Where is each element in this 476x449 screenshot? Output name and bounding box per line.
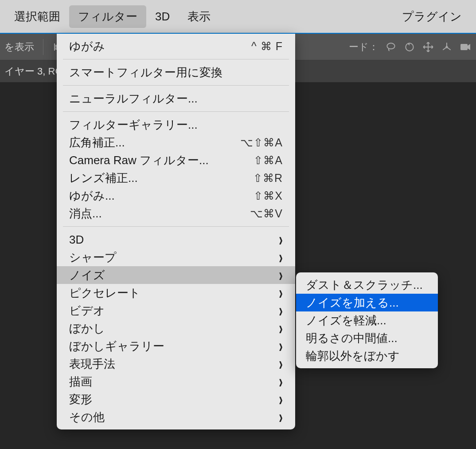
menu-3d[interactable]: 3D: [146, 6, 179, 27]
submenu-item-label: 明るさの中間値...: [306, 331, 398, 346]
filter-menu-item[interactable]: 描画›: [57, 373, 295, 390]
menu-shortcut: ⇧⌘X: [254, 189, 283, 202]
noise-submenu-item[interactable]: ノイズを加える...: [296, 294, 438, 311]
filter-menu-item[interactable]: ノイズ›: [57, 266, 295, 284]
toolbar-label-right: ード：: [349, 40, 378, 54]
menu-shortcut: ⌥⇧⌘A: [240, 136, 283, 149]
svg-point-3: [387, 43, 394, 49]
menu-shortcut: ⇧⌘R: [253, 172, 283, 185]
submenu-item-label: ダスト＆スクラッチ...: [306, 277, 423, 293]
filter-menu-item[interactable]: ニューラルフィルター...: [57, 90, 295, 107]
menu-shortcut: ^ ⌘ F: [251, 40, 283, 53]
noise-submenu: ダスト＆スクラッチ...ノイズを加える...ノイズを軽減...明るさの中間値..…: [296, 272, 438, 368]
toolbar-divider: [43, 39, 43, 55]
menu-item-label: ビデオ: [69, 303, 105, 319]
noise-submenu-item[interactable]: 輪郭以外をぼかす: [296, 347, 438, 365]
filter-menu-item[interactable]: 消点...⌥⌘V: [57, 205, 295, 222]
menu-item-label: シャープ: [69, 250, 117, 265]
menu-select[interactable]: 選択範囲: [5, 5, 69, 28]
menu-item-label: スマートフィルター用に変換: [69, 65, 222, 80]
noise-submenu-item[interactable]: ダスト＆スクラッチ...: [296, 276, 438, 294]
chevron-right-icon: ›: [279, 406, 283, 428]
menu-item-label: 消点...: [69, 206, 102, 221]
menu-item-label: Camera Raw フィルター...: [69, 153, 209, 168]
menubar: 選択範囲 フィルター 3D 表示 プラグイン: [0, 0, 476, 34]
menu-separator: [63, 85, 289, 86]
noise-submenu-item[interactable]: ノイズを軽減...: [296, 311, 438, 329]
camera-icon[interactable]: [459, 41, 472, 53]
menu-plugins[interactable]: プラグイン: [393, 5, 471, 28]
filter-menu-dropdown: ゆがみ^ ⌘ Fスマートフィルター用に変換ニューラルフィルター...フィルターギ…: [57, 34, 295, 429]
3d-axis-icon[interactable]: [441, 41, 453, 53]
lasso-icon[interactable]: [385, 41, 397, 53]
menu-view[interactable]: 表示: [179, 5, 219, 28]
menu-item-label: ゆがみ...: [69, 188, 115, 204]
menu-item-label: その他: [69, 410, 105, 425]
menu-separator: [63, 226, 289, 227]
filter-menu-item[interactable]: シャープ›: [57, 248, 295, 266]
toolbar-label-left: を表示: [4, 40, 34, 54]
filter-menu-item[interactable]: フィルターギャラリー...: [57, 116, 295, 134]
menu-item-label: ぼかしギャラリー: [69, 339, 164, 354]
menu-item-label: 広角補正...: [69, 135, 125, 150]
filter-menu-item[interactable]: スマートフィルター用に変換: [57, 63, 295, 81]
menu-item-label: ぼかし: [69, 321, 105, 336]
move-icon[interactable]: [422, 41, 434, 53]
filter-menu-item[interactable]: 広角補正...⌥⇧⌘A: [57, 134, 295, 151]
menu-item-label: ノイズ: [69, 268, 105, 283]
filter-menu-item[interactable]: 変形›: [57, 390, 295, 408]
menu-item-label: ニューラルフィルター...: [69, 91, 198, 106]
filter-menu-item[interactable]: ゆがみ^ ⌘ F: [57, 37, 295, 55]
document-tab-label[interactable]: イヤー 3, RG: [4, 65, 63, 78]
menu-separator: [63, 59, 289, 59]
filter-menu-item[interactable]: Camera Raw フィルター...⇧⌘A: [57, 151, 295, 169]
menu-item-label: ゆがみ: [69, 39, 105, 54]
filter-menu-item[interactable]: その他›: [57, 408, 295, 426]
svg-point-4: [406, 43, 413, 51]
noise-submenu-item[interactable]: 明るさの中間値...: [296, 329, 438, 347]
svg-point-5: [446, 46, 447, 47]
menu-item-label: 表現手法: [69, 356, 115, 372]
rotate-icon[interactable]: [403, 41, 416, 53]
svg-rect-6: [460, 44, 468, 50]
filter-menu-item[interactable]: 表現手法›: [57, 355, 295, 373]
filter-menu-item[interactable]: ビデオ›: [57, 302, 295, 319]
submenu-item-label: ノイズを加える...: [306, 295, 399, 311]
filter-menu-item[interactable]: ぼかしギャラリー›: [57, 337, 295, 355]
menu-item-label: 3D: [69, 233, 84, 247]
submenu-item-label: 輪郭以外をぼかす: [306, 348, 400, 364]
menu-shortcut: ⇧⌘A: [254, 154, 283, 167]
filter-menu-item[interactable]: 3D›: [57, 231, 295, 248]
filter-menu-item[interactable]: レンズ補正...⇧⌘R: [57, 169, 295, 187]
menu-item-label: レンズ補正...: [69, 170, 138, 186]
menu-shortcut: ⌥⌘V: [250, 207, 283, 220]
filter-menu-item[interactable]: ゆがみ...⇧⌘X: [57, 187, 295, 205]
filter-menu-item[interactable]: ぼかし›: [57, 319, 295, 337]
menu-item-label: ピクセレート: [69, 285, 140, 301]
menu-filter[interactable]: フィルター: [69, 5, 146, 28]
submenu-item-label: ノイズを軽減...: [306, 313, 386, 328]
menu-item-label: 描画: [69, 374, 92, 390]
filter-menu-item[interactable]: ピクセレート›: [57, 284, 295, 302]
menu-item-label: 変形: [69, 392, 92, 407]
menu-item-label: フィルターギャラリー...: [69, 117, 198, 133]
menu-separator: [63, 111, 289, 112]
